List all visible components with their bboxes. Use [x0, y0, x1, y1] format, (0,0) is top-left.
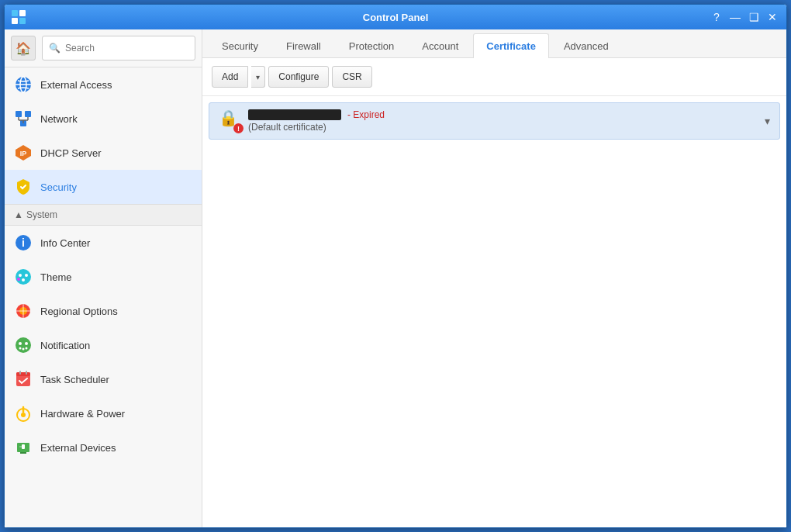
sidebar-item-external-devices-label: External Devices — [40, 442, 116, 454]
search-box: 🔍 — [42, 36, 195, 60]
sidebar-item-task-scheduler-label: Task Scheduler — [40, 374, 109, 385]
svg-rect-8 — [25, 111, 31, 117]
system-section-header: ▲ System — [5, 204, 202, 226]
svg-rect-3 — [19, 18, 26, 24]
sidebar-item-network-label: Network — [40, 113, 78, 125]
close-button[interactable]: ✕ — [765, 9, 780, 25]
svg-rect-34 — [19, 371, 21, 375]
sidebar-item-theme-label: Theme — [40, 271, 71, 283]
svg-point-20 — [22, 278, 25, 282]
svg-rect-42 — [19, 446, 22, 447]
sidebar-item-security[interactable]: Security — [5, 170, 202, 204]
sidebar: 🏠 🔍 External Ac — [5, 29, 202, 527]
sidebar-item-hardware-power-label: Hardware & Power — [40, 408, 125, 420]
system-section-label: System — [26, 209, 57, 220]
cert-expired-label: - Expired — [347, 109, 385, 120]
sidebar-item-security-label: Security — [40, 181, 77, 193]
home-icon: 🏠 — [16, 41, 31, 56]
svg-point-30 — [22, 348, 25, 351]
svg-rect-25 — [16, 310, 30, 312]
sidebar-item-regional[interactable]: Regional Options — [5, 294, 202, 328]
tab-security[interactable]: Security — [209, 33, 271, 58]
svg-point-21 — [17, 278, 20, 281]
search-icon: 🔍 — [49, 43, 60, 54]
tab-firewall[interactable]: Firewall — [273, 33, 334, 58]
cert-default-label: (Default certificate) — [248, 122, 757, 133]
certificate-item[interactable]: 🔒 ! - Expired (Default certificate) ▾ — [209, 102, 780, 140]
security-icon — [14, 178, 33, 196]
svg-point-17 — [16, 269, 31, 285]
section-collapse-icon: ▲ — [14, 209, 23, 220]
svg-point-18 — [19, 274, 22, 277]
search-input[interactable] — [65, 43, 188, 54]
csr-button[interactable]: CSR — [332, 66, 371, 88]
regional-icon — [14, 302, 33, 320]
maximize-button[interactable]: ❑ — [746, 9, 762, 25]
tab-certificate[interactable]: Certificate — [473, 33, 549, 58]
svg-rect-35 — [26, 371, 27, 375]
svg-point-19 — [25, 274, 28, 277]
certificate-list: 🔒 ! - Expired (Default certificate) ▾ — [202, 96, 786, 527]
window-controls: ? — ❑ ✕ — [709, 9, 780, 25]
sidebar-item-notification-label: Notification — [40, 340, 90, 351]
hardware-power-icon — [14, 404, 33, 423]
toolbar: Add ▾ Configure CSR — [202, 58, 786, 96]
svg-rect-41 — [22, 444, 25, 449]
theme-icon — [14, 268, 33, 286]
tab-protection[interactable]: Protection — [336, 33, 408, 58]
svg-point-28 — [25, 342, 28, 345]
svg-rect-40 — [20, 452, 26, 454]
content-area: 🏠 🔍 External Ac — [5, 29, 786, 527]
svg-rect-33 — [16, 372, 30, 376]
sidebar-item-network[interactable]: Network — [5, 102, 202, 136]
sidebar-item-notification[interactable]: Notification — [5, 328, 202, 362]
svg-point-29 — [19, 347, 22, 350]
svg-rect-7 — [16, 111, 22, 117]
window-title: Control Panel — [363, 12, 429, 23]
svg-point-27 — [19, 342, 22, 345]
sidebar-item-regional-label: Regional Options — [40, 306, 118, 317]
add-dropdown-button[interactable]: ▾ — [251, 66, 265, 88]
sidebar-item-external-devices[interactable]: External Devices — [5, 430, 202, 465]
dhcp-icon: IP — [14, 143, 33, 162]
tab-account[interactable]: Account — [409, 33, 471, 58]
cert-chevron-icon[interactable]: ▾ — [765, 115, 770, 127]
svg-text:IP: IP — [20, 150, 27, 157]
info-center-icon: i — [14, 233, 33, 252]
sidebar-item-info-center-label: Info Center — [40, 237, 90, 249]
network-icon — [14, 109, 33, 128]
svg-rect-1 — [19, 10, 26, 16]
sidebar-item-external-access-label: External Access — [40, 79, 112, 91]
cert-name-redacted — [248, 109, 341, 120]
minimize-button[interactable]: — — [727, 9, 743, 25]
tab-advanced[interactable]: Advanced — [551, 33, 622, 58]
svg-point-38 — [21, 413, 26, 417]
sidebar-item-dhcp[interactable]: IP DHCP Server — [5, 136, 202, 170]
notification-icon — [14, 336, 33, 354]
external-access-icon — [14, 75, 33, 94]
sidebar-item-task-scheduler[interactable]: Task Scheduler — [5, 362, 202, 396]
sidebar-item-theme[interactable]: Theme — [5, 260, 202, 294]
external-devices-icon — [14, 438, 33, 457]
titlebar: Control Panel ? — ❑ ✕ — [5, 5, 786, 29]
cert-name-row: - Expired — [248, 109, 757, 120]
home-button[interactable]: 🏠 — [11, 36, 36, 60]
svg-text:i: i — [22, 237, 25, 249]
svg-point-31 — [26, 347, 28, 350]
tab-bar: Security Firewall Protection Account Cer… — [202, 29, 786, 58]
add-button[interactable]: Add — [212, 66, 248, 88]
sidebar-item-dhcp-label: DHCP Server — [40, 147, 102, 159]
main-window: Control Panel ? — ❑ ✕ 🏠 🔍 — [4, 4, 787, 528]
main-content: Security Firewall Protection Account Cer… — [202, 29, 786, 527]
svg-rect-2 — [12, 18, 18, 24]
cert-warning-icon: ! — [233, 123, 244, 133]
sidebar-item-hardware-power[interactable]: Hardware & Power — [5, 396, 202, 430]
cert-icon-wrap: 🔒 ! — [219, 110, 240, 132]
sidebar-item-external-access[interactable]: External Access — [5, 67, 202, 102]
svg-point-26 — [16, 337, 31, 353]
cert-info: - Expired (Default certificate) — [248, 109, 757, 133]
sidebar-item-info-center[interactable]: i Info Center — [5, 226, 202, 260]
app-icon — [11, 9, 26, 25]
configure-button[interactable]: Configure — [268, 66, 329, 88]
help-button[interactable]: ? — [709, 9, 724, 25]
